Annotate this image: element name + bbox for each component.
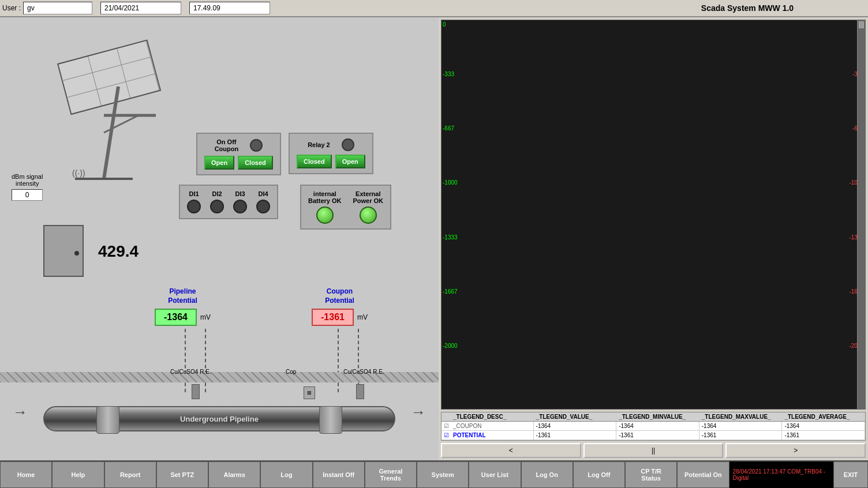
legend-desc-header: _TLEGEND_DESC_ bbox=[451, 412, 534, 421]
power-indicator bbox=[360, 207, 377, 224]
exit-button[interactable]: EXIT bbox=[833, 461, 868, 488]
left-flange bbox=[96, 406, 119, 434]
left-dashed-line1 bbox=[185, 329, 186, 392]
legend-potential-name: POTENTIAL bbox=[451, 431, 534, 440]
legend-minvalue-header: _TLEGEND_MINVALUE_ bbox=[616, 412, 699, 421]
di2-indicator bbox=[210, 200, 224, 213]
relay1-closed-button[interactable]: Closed bbox=[238, 156, 273, 170]
power-status-label: ExternalPower OK bbox=[353, 190, 383, 204]
y-label-1667-left: -1667 bbox=[443, 288, 458, 295]
alarms-button[interactable]: Alarms bbox=[208, 461, 260, 488]
user-label: User : bbox=[2, 4, 21, 12]
status-box: internalBattery OK ExternalPower OK bbox=[300, 185, 391, 230]
relay1-box: On OffCoupon Open Closed bbox=[196, 133, 281, 175]
cp-tr-status-button[interactable]: CP T/R Status bbox=[625, 461, 677, 488]
home-button[interactable]: Home bbox=[0, 461, 52, 488]
di1-label: DI1 bbox=[189, 190, 199, 197]
legend-table: _TLEGEND_DESC_ _TLEGEND_VALUE_ _TLEGEND_… bbox=[441, 412, 866, 441]
coupon-potential-label: CouponPotential bbox=[325, 287, 354, 305]
coupon-potential-value: -1361 bbox=[312, 309, 354, 326]
main-area: ((·)) dBm signalintensity 0 429.4 On Off… bbox=[0, 17, 868, 460]
di3-item: DI3 bbox=[233, 190, 247, 213]
date-value: 21/04/2021 bbox=[100, 2, 181, 14]
coupon-potential-unit: mV bbox=[357, 313, 368, 321]
status-bar: 28/04/2021 17:13:47 COM_TRB04 - Digital bbox=[729, 461, 834, 488]
relay2-open-button[interactable]: Open bbox=[335, 155, 365, 168]
general-trends-button[interactable]: General Trends bbox=[365, 461, 417, 488]
right-ref-label: Cu/CuSO4 R.E. bbox=[343, 369, 384, 375]
power-status-item: ExternalPower OK bbox=[353, 190, 383, 224]
help-button[interactable]: Help bbox=[52, 461, 104, 488]
set-ptz-button[interactable]: Set PTZ bbox=[156, 461, 208, 488]
legend-coupon-value: -1364 bbox=[534, 422, 617, 430]
pipeline-potential-value: -1364 bbox=[155, 309, 197, 326]
user-list-button[interactable]: User List bbox=[469, 461, 521, 488]
relay2-group: Relay 2 Closed Open bbox=[289, 133, 373, 174]
di2-label: DI2 bbox=[212, 190, 222, 197]
y-label-0-left: 0 bbox=[443, 21, 446, 28]
left-arrow: → bbox=[13, 403, 28, 421]
legend-average-header: _TLEGEND_AVERAGE_ bbox=[782, 412, 865, 421]
relay1-buttons: Open Closed bbox=[204, 156, 273, 170]
y-label-333-left: -333 bbox=[443, 71, 454, 77]
report-button[interactable]: Report bbox=[104, 461, 156, 488]
coupon-symbol: ⊠ bbox=[304, 386, 315, 399]
instant-off-button[interactable]: Instant Off bbox=[313, 461, 365, 488]
legend-maxvalue-header: _TLEGEND_MAXVALUE_ bbox=[699, 412, 783, 421]
right-ref-text: Cu/CuSO4 R.E. bbox=[343, 369, 384, 375]
legend-coupon-name: _COUPON bbox=[451, 422, 534, 430]
legend-coupon-max: -1364 bbox=[699, 422, 783, 430]
di3-label: DI3 bbox=[235, 190, 245, 197]
header: User : gv 21/04/2021 17.49.09 Scada Syst… bbox=[0, 0, 868, 17]
pipeline-potential-label: PipelinePotential bbox=[168, 287, 197, 305]
system-button[interactable]: System bbox=[417, 461, 469, 488]
chart-back-button[interactable]: < bbox=[441, 443, 581, 458]
legend-coupon-check[interactable]: ☑ bbox=[442, 422, 451, 430]
di4-label: DI4 bbox=[258, 190, 268, 197]
right-flange bbox=[319, 406, 342, 434]
chart-scrollbar[interactable] bbox=[857, 20, 865, 409]
relay1-open-button[interactable]: Open bbox=[204, 156, 234, 170]
relay1-indicator bbox=[250, 139, 263, 152]
pipeline-potential-display: PipelinePotential -1364 mV bbox=[155, 287, 211, 326]
left-ref-label: Cu/CuSO4 R.E. bbox=[170, 369, 211, 375]
potential-on-button[interactable]: Potential On bbox=[677, 461, 729, 488]
log-on-button[interactable]: Log On bbox=[521, 461, 573, 488]
coupon-potential-display: CouponPotential -1361 mV bbox=[312, 287, 368, 326]
right-arrow: → bbox=[411, 403, 426, 421]
di-row: DI1 DI2 DI3 DI4 bbox=[187, 190, 270, 213]
left-dashed-line2 bbox=[205, 329, 206, 392]
chart-forward-button[interactable]: > bbox=[725, 443, 866, 458]
large-value-display: 429.4 bbox=[98, 242, 139, 261]
legend-potential-value: -1361 bbox=[534, 431, 617, 440]
time-value: 17.49.09 bbox=[189, 2, 270, 14]
status-row: internalBattery OK ExternalPower OK bbox=[308, 190, 383, 224]
relay2-title: Relay 2 bbox=[308, 141, 330, 148]
log-off-button[interactable]: Log Off bbox=[573, 461, 625, 488]
di4-indicator bbox=[256, 200, 270, 213]
legend-coupon-min: -1364 bbox=[616, 422, 699, 430]
underground-pipeline: Underground Pipeline bbox=[43, 406, 395, 431]
chart-pause-button[interactable]: || bbox=[583, 443, 724, 458]
di1-indicator bbox=[187, 200, 201, 213]
left-panel: ((·)) dBm signalintensity 0 429.4 On Off… bbox=[0, 17, 439, 460]
relay2-closed-button[interactable]: Closed bbox=[297, 155, 332, 168]
cop-text: Cop bbox=[286, 369, 296, 375]
svg-rect-0 bbox=[58, 40, 160, 114]
di1-item: DI1 bbox=[187, 190, 201, 213]
system-title: Scada System MWW 1.0 bbox=[635, 3, 866, 13]
relay1-group: On OffCoupon Open Closed bbox=[196, 133, 281, 175]
chart-scroll-thumb[interactable] bbox=[859, 21, 864, 28]
legend-row-potential: ☑ POTENTIAL -1361 -1361 -1361 -1361 bbox=[442, 431, 865, 440]
left-ref-text: Cu/CuSO4 R.E. bbox=[170, 369, 211, 375]
chart-controls: < || > bbox=[441, 443, 866, 458]
pipeline-label: Underground Pipeline bbox=[180, 415, 259, 423]
legend-potential-check[interactable]: ☑ bbox=[442, 431, 451, 440]
cop-label: Cop bbox=[286, 369, 296, 375]
battery-status-item: internalBattery OK bbox=[308, 190, 341, 224]
user-value: gv bbox=[23, 2, 92, 14]
y-label-667-left: -667 bbox=[443, 125, 454, 132]
log-button[interactable]: Log bbox=[260, 461, 312, 488]
right-electrode bbox=[356, 384, 364, 399]
legend-coupon-avg: -1364 bbox=[782, 422, 865, 430]
